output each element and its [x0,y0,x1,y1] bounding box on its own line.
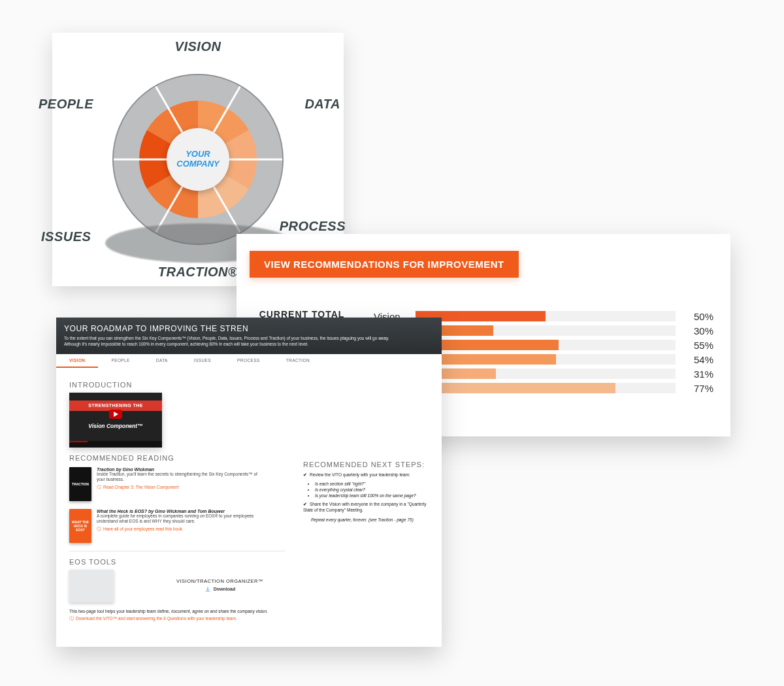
tool-name: VISION/TRACTION ORGANIZER™ [176,578,263,584]
book-cover-icon: TRACTION [69,467,91,501]
wheel-center: YOURCOMPANY [167,128,229,191]
wheel-label-data: DATA [304,97,340,112]
tab-process[interactable]: PROCESS [224,354,273,368]
tool-hint-link[interactable]: Download the V/TO™ and start answering t… [69,616,285,622]
bar-fill [416,383,615,393]
question-item: Is your leadership team still 100% on th… [315,493,429,498]
roadmap-subtitle: To the extent that you can strengthen th… [64,336,397,348]
tool-description: This two-page tool helps your leadership… [69,609,285,613]
reading-heading: RECOMMENDED READING [69,454,285,462]
wheel-label-process: PROCESS [280,219,346,234]
bar-track [416,354,676,365]
book-cover-icon: WHAT THE HECK IS EOS? [69,509,91,543]
next-step: ✔Review the V/TO quarterly with your lea… [303,472,429,478]
question-list: Is each section still "right?"Is everyth… [315,482,429,498]
tab-traction[interactable]: TRACTION [273,354,323,368]
wheel-label-issues: ISSUES [41,229,91,244]
tab-issues[interactable]: ISSUES [181,354,224,368]
video-caption: Vision Component™ [69,423,162,429]
check-icon: ✔ [303,472,307,478]
bar-value: 50% [681,311,713,322]
view-recommendations-button[interactable]: VIEW RECOMMENDATIONS FOR IMPROVEMENT [250,251,519,278]
video-banner: STRENGTHENING THE [69,400,162,411]
video-progressbar [69,441,162,448]
repeat-note: Repeat every quarter, forever. (see Trac… [311,517,429,522]
download-icon [204,586,211,593]
intro-video[interactable]: STRENGTHENING THE Vision Component™ [69,393,162,448]
tab-data[interactable]: DATA [143,354,181,368]
introduction-heading: INTRODUCTION [69,381,285,389]
divider [69,551,285,551]
question-item: Is each section still "right?" [315,482,429,486]
check-icon: ✔ [303,502,307,508]
book-hint-link[interactable]: Read Chapter 3: The Vision Component [97,485,267,491]
tool-item: VISION/TRACTION ORGANIZER™ Download [69,570,285,602]
question-item: Is everything crystal clear? [315,487,429,492]
bar-track [416,340,676,350]
book-item: TRACTION Traction by Gino Wickman Inside… [69,467,285,501]
roadmap-tabs: VISIONPEOPLEDATAISSUESPROCESSTRACTION [56,354,442,368]
book-description: Inside Traction, you'll learn the secret… [97,472,267,483]
book-description: A complete guide for employees in compan… [97,514,267,525]
bar-track [416,383,676,393]
wheel-label-vision: VISION [175,39,221,54]
tools-heading: EOS TOOLS [69,558,285,566]
book-hint-link[interactable]: Have all of your employees read this boo… [97,527,267,532]
roadmap-hero: YOUR ROADMAP TO IMPROVING THE STREN To t… [56,318,442,354]
bar-track [416,311,676,321]
wheel-label-traction: TRACTION® [158,265,238,280]
roadmap-title: YOUR ROADMAP TO IMPROVING THE STREN [64,324,434,333]
next-steps-heading: RECOMMENDED NEXT STEPS: [303,461,429,468]
bar-value: 54% [681,354,713,365]
tab-vision[interactable]: VISION [56,354,98,368]
wheel-label-people: PEOPLE [39,97,93,112]
book-item: WHAT THE HECK IS EOS? What the Heck is E… [69,509,285,543]
bar-value: 77% [681,383,713,394]
book-title: What the Heck is EOS? by Gino Wickman an… [97,509,267,514]
bar-value: 55% [681,340,713,351]
book-title: Traction by Gino Wickman [97,467,267,472]
roadmap-card: YOUR ROADMAP TO IMPROVING THE STREN To t… [56,318,442,647]
play-icon [109,410,122,419]
eos-wheel: YOURCOMPANY VISION PEOPLE DATA PROCESS T… [106,68,289,251]
next-step: ✔Share the Vision with everyone in the c… [303,502,429,514]
tool-thumbnail-icon [69,570,114,602]
tab-people[interactable]: PEOPLE [98,354,142,368]
bar-track [416,325,676,336]
bar-value: 31% [681,368,713,380]
bar-track [416,368,676,379]
bar-value: 30% [681,325,713,336]
download-link[interactable]: Download [204,586,235,593]
